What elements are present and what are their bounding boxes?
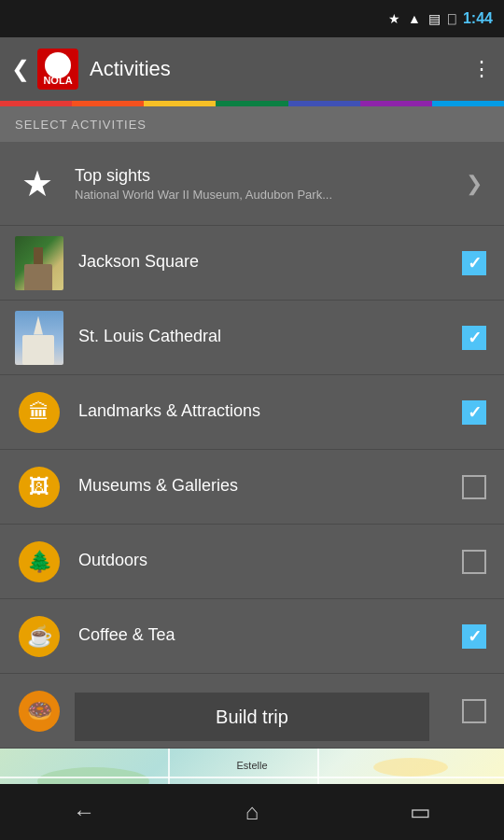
checkbox-museums[interactable] (462, 475, 486, 499)
coffee-icon: ☕ (19, 616, 60, 657)
app-bar: ❮ NOLA Activities ⋮ (0, 37, 504, 101)
landmarks-text: Landmarks & Attractions (78, 401, 459, 423)
landmarks-icon-wrap: 🏛 (15, 388, 63, 437)
activity-list: ★ Top sights National World War II Museu… (0, 142, 504, 749)
wifi-icon: ▲ (408, 11, 421, 26)
checkbox-cathedral[interactable]: ✓ (462, 326, 486, 350)
coffee-icon-wrap: ☕ (15, 612, 63, 661)
desserts-icon-wrap: 🍩 (15, 687, 63, 735)
nav-home-button[interactable]: ⌂ (224, 793, 280, 831)
section-header: SELECT ACTIVITIES (0, 106, 504, 142)
jackson-square-title: Jackson Square (78, 252, 459, 272)
museums-title: Museums & Galleries (78, 476, 459, 496)
top-sights-subtitle: National World War II Museum, Audubon Pa… (75, 188, 459, 202)
list-item-outdoors[interactable]: 🌲 Outdoors (0, 525, 504, 599)
outdoors-title: Outdoors (78, 551, 459, 570)
jackson-square-checkbox[interactable]: ✓ (459, 248, 489, 278)
stripe-red (0, 101, 72, 106)
list-item-top-sights[interactable]: ★ Top sights National World War II Museu… (0, 142, 504, 226)
signal-icon: ▤ (428, 11, 441, 26)
outdoors-icon: 🌲 (19, 541, 60, 582)
stripe-blue (288, 101, 360, 106)
top-sights-action: ❯ (459, 169, 489, 199)
build-trip-button[interactable]: Build trip (75, 693, 429, 741)
bluetooth-icon: ★ (388, 11, 400, 26)
checkbox-landmarks[interactable]: ✓ (462, 400, 486, 425)
checkbox-jackson[interactable]: ✓ (462, 251, 486, 275)
landmarks-checkbox[interactable]: ✓ (459, 398, 489, 427)
landmarks-icon: 🏛 (19, 392, 60, 433)
desserts-icon: 🍩 (19, 691, 60, 732)
stripe-orange (72, 101, 144, 106)
museums-checkbox[interactable] (459, 472, 489, 502)
back-button[interactable]: ❮ (11, 56, 30, 82)
checkbox-coffee[interactable]: ✓ (462, 624, 486, 649)
list-item-st-louis-cathedral[interactable]: St. Louis Cathedral ✓ (0, 301, 504, 375)
list-item-coffee[interactable]: ☕ Coffee & Tea ✓ (0, 599, 504, 674)
cathedral-checkbox[interactable]: ✓ (459, 323, 489, 353)
museums-text: Museums & Galleries (78, 476, 459, 497)
status-time: 1:44 (463, 10, 493, 27)
battery-icon: ⎕ (448, 11, 455, 26)
chevron-right-icon: ❯ (466, 172, 483, 196)
jackson-square-thumbnail (15, 239, 63, 287)
museums-icon: 🖼 (19, 467, 60, 508)
coffee-checkbox[interactable]: ✓ (459, 622, 489, 651)
section-header-text: SELECT ACTIVITIES (15, 118, 147, 132)
map-estelle-label: Estelle (236, 760, 267, 771)
coffee-title: Coffee & Tea (78, 625, 459, 645)
cathedral-text: St. Louis Cathedral (78, 327, 459, 348)
checkbox-desserts[interactable] (462, 699, 486, 723)
stripe-yellow (144, 101, 216, 106)
outdoors-text: Outdoors (78, 551, 459, 572)
list-item-jackson-square[interactable]: Jackson Square ✓ (0, 226, 504, 301)
logo-text: NOLA (43, 75, 72, 86)
checkbox-outdoors[interactable] (462, 550, 486, 574)
jackson-square-text: Jackson Square (78, 252, 459, 273)
app-title: Activities (90, 57, 471, 81)
status-bar: ★ ▲ ▤ ⎕ 1:44 (0, 0, 504, 37)
outdoors-checkbox[interactable] (459, 547, 489, 577)
top-sights-title: Top sights (75, 166, 459, 186)
stripe-green (216, 101, 287, 106)
cathedral-thumbnail (15, 314, 63, 362)
list-item-museums[interactable]: 🖼 Museums & Galleries (0, 450, 504, 525)
museums-icon-wrap: 🖼 (15, 463, 63, 511)
outdoors-icon-wrap: 🌲 (15, 538, 63, 586)
nav-back-button[interactable]: ← (56, 793, 112, 831)
cathedral-title: St. Louis Cathedral (78, 327, 459, 346)
app-logo: NOLA (37, 49, 78, 90)
list-item-landmarks[interactable]: 🏛 Landmarks & Attractions ✓ (0, 375, 504, 450)
stripe-lightblue (432, 101, 504, 106)
nav-recents-button[interactable]: ▭ (392, 793, 448, 831)
top-sights-text: Top sights National World War II Museum,… (75, 166, 459, 202)
landmarks-title: Landmarks & Attractions (78, 401, 459, 421)
stripe-purple (360, 101, 432, 106)
road-h1 (0, 777, 504, 778)
bottom-nav: ← ⌂ ▭ (0, 784, 504, 840)
desserts-checkbox[interactable] (459, 696, 489, 726)
star-icon: ★ (15, 161, 60, 206)
overflow-menu-button[interactable]: ⋮ (471, 57, 493, 81)
color-stripe (0, 101, 504, 106)
coffee-text: Coffee & Tea (78, 625, 459, 647)
